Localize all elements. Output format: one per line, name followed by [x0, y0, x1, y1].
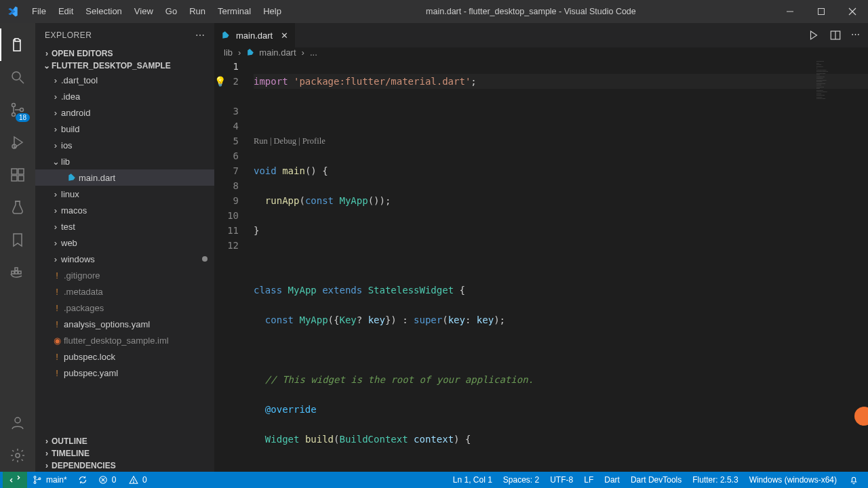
split-editor-icon[interactable] — [829, 29, 842, 41]
svg-rect-12 — [18, 169, 24, 174]
sidebar-title: EXPLORER ⋯ — [35, 23, 214, 47]
menu-bar: File Edit Selection View Go Run Terminal… — [26, 0, 288, 23]
svg-rect-13 — [12, 176, 17, 181]
status-sync[interactable] — [73, 472, 93, 488]
svg-rect-1 — [818, 9, 825, 15]
title-bar: File Edit Selection View Go Run Terminal… — [0, 0, 868, 23]
floating-badge-icon[interactable] — [854, 407, 868, 426]
svg-point-4 — [12, 72, 20, 80]
window-title: main.dart - flutter_desktop_sample - Vis… — [288, 7, 774, 16]
file-gitignore[interactable]: !.gitignore — [35, 267, 214, 283]
svg-point-28 — [34, 476, 36, 478]
maximize-icon[interactable] — [806, 0, 837, 23]
folder-ios[interactable]: ›ios — [35, 137, 214, 153]
svg-point-20 — [15, 418, 20, 423]
folder-test[interactable]: ›test — [35, 218, 214, 235]
folder-lib[interactable]: ⌄lib — [35, 153, 214, 169]
menu-edit[interactable]: Edit — [52, 0, 79, 23]
folder-linux[interactable]: ›linux — [35, 186, 214, 202]
code-editor[interactable]: 1 2 3 4 5 6 7 8 9 10 11 12 import 'packa… — [214, 58, 868, 476]
docker-icon[interactable] — [0, 256, 35, 289]
menu-view[interactable]: View — [128, 0, 159, 23]
svg-marker-9 — [14, 137, 22, 148]
timeline-section[interactable]: ›TIMELINE — [35, 447, 214, 460]
outline-section[interactable]: ›OUTLINE — [35, 435, 214, 447]
run-debug-icon[interactable] — [0, 126, 35, 159]
tab-label: main.dart — [236, 30, 273, 41]
run-config-icon[interactable] — [808, 29, 820, 41]
svg-marker-22 — [811, 31, 817, 39]
settings-gear-icon[interactable] — [0, 439, 35, 472]
bookmark-icon[interactable] — [0, 224, 35, 256]
file-pubspec-yaml[interactable]: !pubspec.yaml — [35, 365, 214, 381]
svg-rect-17 — [15, 271, 18, 274]
svg-point-29 — [34, 482, 36, 484]
code-lens[interactable]: Run | Debug | Profile — [254, 134, 868, 148]
svg-point-6 — [12, 104, 16, 107]
testing-icon[interactable] — [0, 191, 35, 224]
file-packages[interactable]: !.packages — [35, 300, 214, 316]
dart-file-icon — [65, 173, 79, 182]
file-tree: ›.dart_tool ›.idea ›android ›build ›ios … — [35, 72, 214, 435]
file-metadata[interactable]: !.metadata — [35, 283, 214, 300]
vscode-logo-icon — [7, 5, 19, 18]
svg-rect-14 — [18, 176, 24, 181]
activity-bar: 18 — [0, 23, 35, 472]
svg-line-5 — [20, 79, 24, 83]
tab-close-icon[interactable]: ✕ — [281, 30, 288, 41]
svg-rect-18 — [18, 271, 21, 274]
close-icon[interactable] — [837, 0, 868, 23]
dart-file-icon: main.dart — [246, 47, 296, 58]
menu-terminal[interactable]: Terminal — [212, 0, 257, 23]
search-icon[interactable] — [0, 61, 35, 94]
status-problems[interactable]: 0 0 — [93, 472, 153, 488]
svg-point-35 — [134, 482, 134, 483]
editor-tabs: main.dart ✕ ⋯ — [214, 23, 868, 47]
remote-indicator-icon[interactable] — [3, 472, 27, 488]
dependencies-section[interactable]: ›DEPENDENCIES — [35, 460, 214, 472]
file-iml[interactable]: ◉flutter_desktop_sample.iml — [35, 332, 214, 348]
folder-build[interactable]: ›build — [35, 121, 214, 137]
folder-windows[interactable]: ›windows — [35, 251, 214, 267]
project-section[interactable]: ⌄FLUTTER_DESKTOP_SAMPLE — [35, 60, 214, 72]
file-main-dart[interactable]: main.dart — [35, 169, 214, 186]
svg-point-7 — [12, 113, 16, 117]
extensions-icon[interactable] — [0, 159, 35, 191]
editor-more-icon[interactable]: ⋯ — [851, 29, 860, 41]
svg-rect-16 — [12, 271, 14, 274]
lightbulb-icon[interactable]: 💡 — [214, 74, 226, 89]
minimize-icon[interactable] — [774, 0, 806, 23]
menu-go[interactable]: Go — [159, 0, 183, 23]
modified-indicator-icon — [202, 256, 208, 262]
breadcrumb[interactable]: lib› main.dart ›... — [214, 47, 868, 58]
scm-badge: 18 — [16, 113, 30, 122]
tab-main-dart[interactable]: main.dart ✕ — [214, 23, 295, 47]
folder-macos[interactable]: ›macos — [35, 202, 214, 218]
svg-rect-11 — [12, 169, 17, 174]
svg-point-8 — [20, 108, 24, 112]
file-pubspec-lock[interactable]: !pubspec.lock — [35, 348, 214, 365]
folder-android[interactable]: ›android — [35, 104, 214, 121]
code-content[interactable]: import 'package:flutter/material.dart'; … — [254, 58, 868, 476]
folder-idea[interactable]: ›.idea — [35, 88, 214, 104]
line-gutter: 1 2 3 4 5 6 7 8 9 10 11 12 — [214, 58, 254, 476]
open-editors-section[interactable]: ›OPEN EDITORS — [35, 47, 214, 60]
file-analysis-options[interactable]: !analysis_options.yaml — [35, 316, 214, 332]
editor-group: main.dart ✕ ⋯ lib› main.dart ›... 1 2 3 … — [214, 23, 868, 472]
menu-file[interactable]: File — [26, 0, 52, 23]
menu-run[interactable]: Run — [183, 0, 212, 23]
folder-dart-tool[interactable]: ›.dart_tool — [35, 72, 214, 88]
accounts-icon[interactable] — [0, 407, 35, 439]
explorer-sidebar: EXPLORER ⋯ ›OPEN EDITORS ⌄FLUTTER_DESKTO… — [35, 23, 214, 472]
window-controls — [774, 0, 868, 23]
svg-rect-19 — [15, 268, 18, 270]
status-branch[interactable]: main* — [27, 472, 73, 488]
folder-web[interactable]: ›web — [35, 235, 214, 251]
source-control-icon[interactable]: 18 — [0, 94, 35, 126]
dart-file-icon — [221, 30, 231, 40]
sidebar-more-icon[interactable]: ⋯ — [195, 30, 205, 41]
menu-selection[interactable]: Selection — [79, 0, 127, 23]
menu-help[interactable]: Help — [257, 0, 288, 23]
svg-point-21 — [16, 453, 20, 458]
explorer-icon[interactable] — [0, 28, 35, 61]
